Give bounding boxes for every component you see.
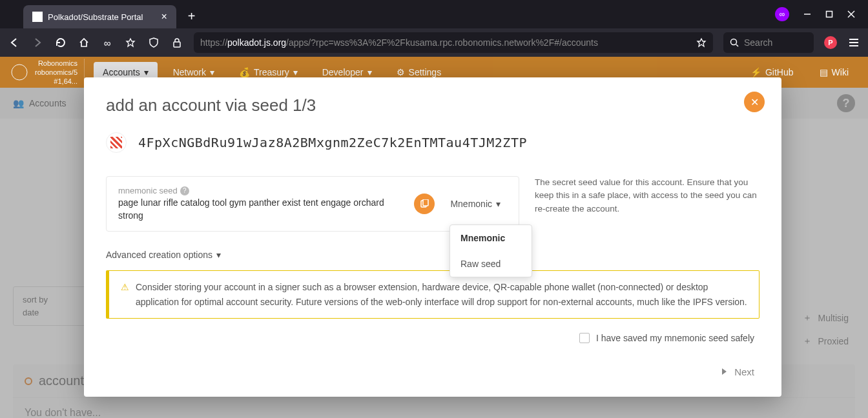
warning-icon: ⚠ — [121, 280, 129, 309]
incognito-icon: ∞ — [775, 7, 789, 21]
svg-rect-12 — [423, 199, 428, 206]
warning-box: ⚠ Consider storing your account in a sig… — [106, 270, 760, 319]
pocket-icon[interactable]: P — [824, 36, 837, 49]
seed-type-dropdown: Mnemonic Raw seed — [450, 224, 532, 277]
plus-icon: ＋ — [803, 312, 812, 324]
nav-wiki[interactable]: ▤ Wiki — [811, 62, 858, 83]
lock-icon[interactable] — [170, 36, 183, 49]
close-tab-icon[interactable]: × — [161, 11, 167, 23]
seed-value: page lunar rifle catalog tool gym panthe… — [118, 197, 405, 222]
modal-close-button[interactable]: ✕ — [744, 92, 765, 112]
new-tab-button[interactable]: + — [188, 9, 196, 24]
chevron-down-icon: ▾ — [496, 199, 501, 209]
chain-logo-icon — [10, 63, 28, 81]
home-icon[interactable] — [78, 36, 90, 49]
chevron-down-icon: ▾ — [144, 67, 149, 77]
search-icon — [730, 38, 739, 47]
svg-point-10 — [12, 65, 27, 80]
modal-title: add an account via seed 1/3 — [106, 95, 760, 115]
plus-icon: ＋ — [803, 335, 812, 347]
seed-type-select[interactable]: Mnemonic ▾ — [444, 199, 507, 209]
minimize-icon[interactable] — [803, 10, 811, 18]
seed-field[interactable]: mnemonic seed ? page lunar rifle catalog… — [106, 176, 519, 232]
browser-navbar: ∞ https://polkadot.js.org/apps/?rpc=wss%… — [0, 28, 868, 57]
account-address: 4FpXcNGBdRu91wJaz8A2BMxgnm2ZeC7k2EnTMTau… — [138, 135, 527, 150]
window-titlebar: Polkadot/Substrate Portal × + ∞ — [0, 0, 868, 28]
seed-help-text: The secret seed value for this account. … — [535, 176, 760, 215]
reload-icon[interactable] — [54, 36, 67, 49]
svg-rect-1 — [827, 12, 832, 17]
chain-info[interactable]: Robonomics robonomics/5 #1,64... — [35, 59, 85, 86]
chain-block: #1,64... — [35, 77, 78, 86]
favicon — [32, 12, 43, 22]
back-icon[interactable] — [8, 36, 21, 49]
seed-label: mnemonic seed ? — [118, 186, 405, 195]
proxied-button[interactable]: ＋Proxied — [803, 335, 849, 347]
url-text: https://polkadot.js.org/apps/?rpc=wss%3A… — [200, 37, 598, 48]
search-placeholder: Search — [744, 37, 772, 48]
svg-rect-4 — [174, 42, 180, 47]
add-account-modal: add an account via seed 1/3 ✕ 4FpXcNGBdR… — [84, 77, 781, 397]
maximize-icon[interactable] — [825, 10, 833, 18]
dropdown-item-mnemonic[interactable]: Mnemonic — [450, 225, 532, 251]
chain-name: Robonomics — [35, 59, 78, 68]
info-icon[interactable]: ? — [180, 186, 189, 195]
dropdown-item-raw[interactable]: Raw seed — [450, 251, 532, 277]
next-button[interactable]: Next — [106, 366, 760, 377]
pocket-save-icon[interactable] — [124, 36, 137, 49]
bookmark-icon[interactable] — [696, 37, 707, 48]
svg-line-6 — [736, 45, 738, 46]
menu-icon[interactable] — [847, 36, 860, 49]
mask-icon[interactable]: ∞ — [101, 36, 114, 49]
tab-title: Polkadot/Substrate Portal — [48, 12, 143, 22]
confirm-checkbox[interactable] — [579, 333, 590, 343]
forward-icon[interactable] — [31, 36, 44, 49]
next-icon — [719, 367, 728, 376]
chevron-down-icon: ▾ — [216, 250, 221, 260]
multisig-button[interactable]: ＋Multisig — [803, 312, 849, 324]
search-bar[interactable]: Search — [723, 32, 814, 53]
advanced-toggle[interactable]: Advanced creation options ▾ — [106, 250, 760, 260]
warning-text: Consider storing your account in a signe… — [136, 280, 747, 309]
chain-sub: robonomics/5 — [35, 68, 78, 77]
url-bar[interactable]: https://polkadot.js.org/apps/?rpc=wss%3A… — [194, 32, 713, 53]
svg-point-5 — [731, 39, 737, 45]
copy-seed-button[interactable] — [414, 194, 435, 214]
shield-icon[interactable] — [147, 36, 160, 49]
browser-tab[interactable]: Polkadot/Substrate Portal × — [23, 5, 176, 28]
close-window-icon[interactable] — [847, 10, 855, 18]
identicon — [106, 132, 127, 153]
confirm-label: I have saved my mnemonic seed safely — [596, 333, 754, 343]
